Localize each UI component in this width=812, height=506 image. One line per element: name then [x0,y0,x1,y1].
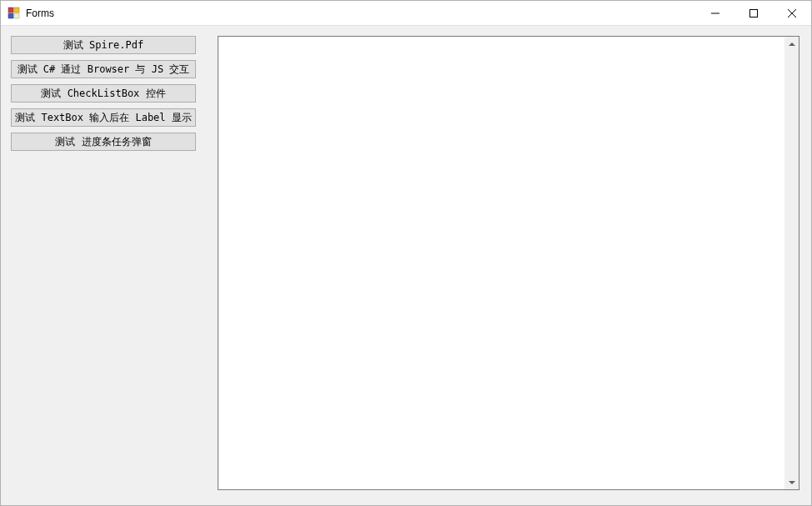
scroll-up-arrow-icon[interactable] [784,37,799,51]
svg-rect-3 [14,13,19,18]
svg-rect-2 [8,13,13,18]
client-area: 测试 Spire.Pdf 测试 C# 通过 Browser 与 JS 交互 测试… [1,26,811,506]
svg-rect-5 [750,10,758,18]
svg-marker-8 [789,43,795,46]
output-textarea[interactable] [218,36,799,490]
test-spire-pdf-button[interactable]: 测试 Spire.Pdf [11,36,196,54]
app-icon [8,7,21,20]
vertical-scrollbar[interactable] [784,37,799,489]
window-controls [696,1,811,26]
svg-marker-9 [789,481,795,484]
scroll-down-arrow-icon[interactable] [784,475,799,489]
svg-rect-1 [14,8,19,13]
minimize-button[interactable] [696,1,734,26]
maximize-button[interactable] [734,1,773,26]
button-panel: 测试 Spire.Pdf 测试 C# 通过 Browser 与 JS 交互 测试… [11,36,196,157]
test-textbox-label-button[interactable]: 测试 TextBox 输入后在 Label 显示 [11,108,196,127]
textarea-content[interactable] [218,37,784,489]
close-button[interactable] [773,1,811,26]
svg-rect-0 [8,8,13,13]
titlebar: Forms [1,1,811,26]
test-progressbar-button[interactable]: 测试 进度条任务弹窗 [11,133,196,151]
test-checklistbox-button[interactable]: 测试 CheckListBox 控件 [11,84,196,103]
window-title: Forms [26,8,54,19]
test-csharp-browser-js-button[interactable]: 测试 C# 通过 Browser 与 JS 交互 [11,60,196,78]
